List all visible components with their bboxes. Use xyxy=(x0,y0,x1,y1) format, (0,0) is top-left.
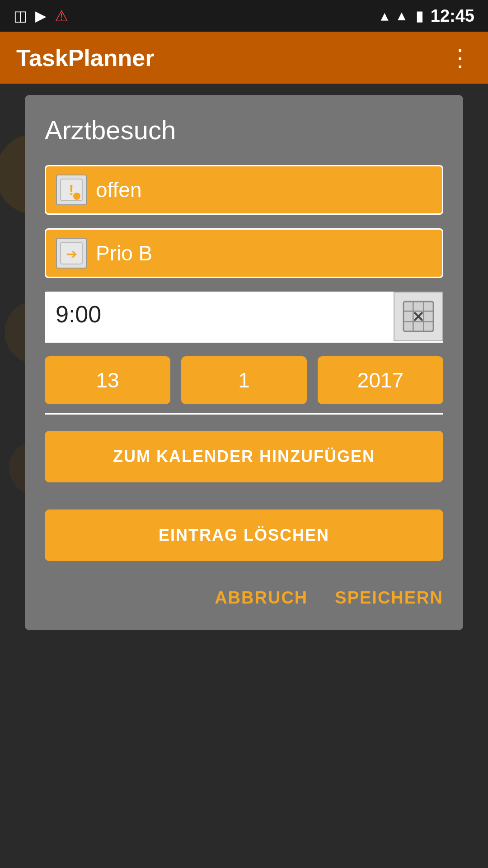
clear-time-button[interactable] xyxy=(394,292,443,341)
clock: 12:45 xyxy=(431,6,474,26)
status-open-icon: ! xyxy=(56,175,87,205)
clear-time-icon xyxy=(403,301,434,332)
date-row: 13 1 2017 xyxy=(45,343,443,415)
svg-text:!: ! xyxy=(69,181,74,198)
status-bar-right: ▴ ▲ ▮ 12:45 xyxy=(381,6,474,26)
more-vert-icon[interactable]: ⋮ xyxy=(448,44,472,71)
priority-field-row: ➔ Prio B xyxy=(45,228,443,278)
android-icon: ⚠ xyxy=(55,7,68,25)
status-bar-left: ◫ ▶ ⚠ xyxy=(14,7,68,25)
calendar-btn-row: ZUM KALENDER HINZUFÜGEN xyxy=(45,431,443,496)
arrow-svg: ➔ xyxy=(60,241,83,265)
signal-icon: ▲ xyxy=(395,8,408,24)
status-bar: ◫ ▶ ⚠ ▴ ▲ ▮ 12:45 xyxy=(0,0,488,32)
priority-label: Prio B xyxy=(96,241,152,265)
picture-icon: ◫ xyxy=(14,7,27,24)
app-title: TaskPlanner xyxy=(16,44,154,71)
time-input[interactable]: 9:00 xyxy=(45,292,394,341)
day-button[interactable]: 13 xyxy=(45,356,170,404)
priority-b-icon: ➔ xyxy=(56,238,87,269)
exclamation-svg: ! xyxy=(60,178,83,202)
add-to-calendar-button[interactable]: ZUM KALENDER HINZUFÜGEN xyxy=(45,431,443,482)
delete-btn-row: EINTRAG LÖSCHEN xyxy=(45,509,443,575)
status-label: offen xyxy=(96,178,141,202)
time-row: 9:00 xyxy=(45,292,443,343)
battery-icon: ▮ xyxy=(416,8,423,24)
status-field-row: ! offen xyxy=(45,165,443,215)
dialog-footer: ABBRUCH SPEICHERN xyxy=(45,588,443,608)
svg-point-6 xyxy=(73,193,80,200)
month-button[interactable]: 1 xyxy=(181,356,307,404)
dialog: Arztbesuch ! offen ➔ Prio B xyxy=(25,95,463,630)
dialog-title: Arztbesuch xyxy=(45,115,443,145)
year-button[interactable]: 2017 xyxy=(318,356,443,404)
time-value: 9:00 xyxy=(56,301,101,327)
status-dropdown[interactable]: ! offen xyxy=(45,165,443,215)
target-icon: ▶ xyxy=(35,7,47,24)
svg-text:➔: ➔ xyxy=(66,246,77,261)
save-button[interactable]: SPEICHERN xyxy=(335,588,443,608)
priority-dropdown[interactable]: ➔ Prio B xyxy=(45,228,443,278)
cancel-button[interactable]: ABBRUCH xyxy=(215,588,308,608)
wifi-icon: ▴ xyxy=(381,8,388,24)
app-bar: TaskPlanner ⋮ xyxy=(0,32,488,84)
delete-entry-button[interactable]: EINTRAG LÖSCHEN xyxy=(45,509,443,561)
